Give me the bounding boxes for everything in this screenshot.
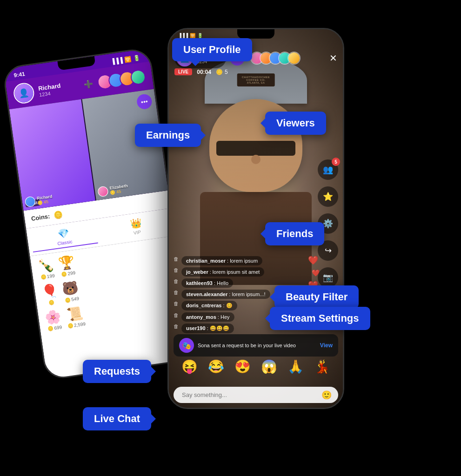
chat-bubble: christian_moser : lorem ipsum [181,256,262,265]
delete-icon: 🗑 [174,278,179,284]
callout-beauty-filter: Beauty Filter [274,285,359,309]
emoji-laugh[interactable]: 😂 [208,359,224,374]
delete-icon: 🗑 [174,312,179,318]
balloon-icon: 🎈 [40,283,59,300]
callout-user-profile: User Profile [172,38,252,61]
live-badge: LIVE [174,68,192,75]
gift-price-trophy: 🪙 299 [61,270,76,277]
chat-bubble: user190 : 😀😀😀 [181,324,234,333]
callout-live-chat: Live Chat [83,407,151,430]
gift-price-flower: 🪙 699 [47,324,62,331]
live-info-row: LIVE 00:04 🪙 5 [174,68,228,75]
request-avatar: 🎭 [179,338,194,353]
trophy-icon: 🏆 [58,254,76,271]
gear-icon: ⚙️ [323,218,333,229]
emoji-heart-eyes[interactable]: 😍 [234,359,251,374]
back-viewer-avatars [97,69,147,90]
live-coins-count: 5 [225,69,228,75]
camera-icon: 📷 [323,272,333,283]
chat-input[interactable] [174,387,338,403]
input-bar: 🙂 [174,387,338,403]
gift-item-bottle[interactable]: 🍾 🪙 199 [37,257,56,280]
back-user-avatar: 👤 [13,82,36,105]
flower-icon: 🌸 [44,308,62,326]
gift-price-balloon: 🪙 [48,299,54,305]
delete-icon: 🗑 [174,301,179,306]
delete-icon: 🗑 [174,267,179,273]
back-stream-area: Host Richard 🪙 45 Elizabeth 🪙 45 [9,89,168,211]
phone-back: 9:41 ▐▐▐ 🛜 🔋 👤 Richard 1234 ➕ Host [2,47,194,381]
callout-friends: Friends [265,222,324,245]
callout-earnings: Earnings [135,124,201,147]
gift-price-bottle: 🪙 199 [40,273,55,280]
gift-price-bear: 🪙 549 [65,296,80,303]
bear-icon: 🐻 [61,279,80,297]
scroll-icon: 📜 [66,305,84,323]
request-text: Sona sent a request to be in your live v… [198,343,316,348]
emoji-dance[interactable]: 💃 [314,359,330,374]
gift-item-flower[interactable]: 🌸 🪙 699 [44,308,63,331]
gift-item-balloon[interactable]: 🎈 🪙 [40,283,60,306]
chat-message: 🗑 jo_weber : lorem ipsum sit amet [174,267,315,277]
bottle-icon: 🍾 [37,257,55,274]
emoji-scared[interactable]: 😱 [261,359,277,374]
friends-button[interactable]: 👥 5 [318,159,338,180]
friends-icon: 👥 [323,165,333,175]
stream-cell-host: Host Richard 🪙 45 [9,99,95,211]
chat-bubble: jo_weber : lorem ipsum sit amet [181,267,264,277]
star-icon: ⭐ [323,192,333,202]
delete-icon: 🗑 [174,290,179,295]
chat-bubble: kathleen93 : Hello [181,278,233,288]
emoji-bar: 😝 😂 😍 😱 🙏 💃 [169,355,343,378]
callout-stream-settings: Stream Settings [270,307,370,330]
vip-icon: 👑 [129,217,142,230]
back-user-info: Richard 1234 [38,82,62,97]
coin-icon: 🪙 [53,210,63,220]
callout-viewers: Viewers [265,112,326,135]
request-bar: 🎭 Sona sent a request to be in your live… [174,334,338,357]
emoji-button[interactable]: 🙂 [321,390,332,400]
phone-front: CHATTAHOOCHEECOFFEE CO.ATLANTA, GA ▐▐▐ 🛜… [167,28,344,409]
emoji-pray[interactable]: 🙏 [287,359,304,374]
gift-item-bear[interactable]: 🐻 🪙 549 [61,279,80,303]
close-button[interactable]: ✕ [329,53,337,64]
chat-bubble: doris_cntreras : 😊 [181,301,237,311]
friends-badge: 5 [332,158,340,166]
delete-icon: 🗑 [174,324,179,329]
coin-icon-live: 🪙 [216,69,223,75]
delete-icon: 🗑 [174,256,179,262]
front-viewer-avatars [250,52,301,65]
chat-message: 🗑 christian_moser : lorem ipsum [174,256,315,265]
front-status-icons: ▐▐▐ 🛜 🔋 [178,33,203,38]
gift-item-scroll[interactable]: 📜 🪙 2,599 [65,305,86,329]
gift-item-trophy[interactable]: 🏆 🪙 299 [58,254,77,277]
view-request-button[interactable]: View [320,342,333,349]
coins-label: Coins: [31,212,50,222]
chat-bubble: steven.alexander : lorem ipsum...! [181,290,270,299]
beauty-filter-button[interactable]: ⭐ [318,186,338,207]
classic-icon: 💎 [57,227,70,240]
add-friend-button[interactable]: ➕ [83,79,94,89]
camera-button[interactable]: 📷 [318,267,338,288]
share-icon: ↪ [325,245,332,256]
tab-classic-label: Classic [57,239,73,246]
tab-vip-label: VIP [133,230,141,236]
chat-bubble: antony_mos : Hey [181,312,234,322]
back-time: 9:41 [13,71,26,79]
live-coins: 🪙 5 [216,69,228,75]
callout-requests: Requests [83,360,151,383]
emoji-tongue[interactable]: 😝 [181,359,198,374]
